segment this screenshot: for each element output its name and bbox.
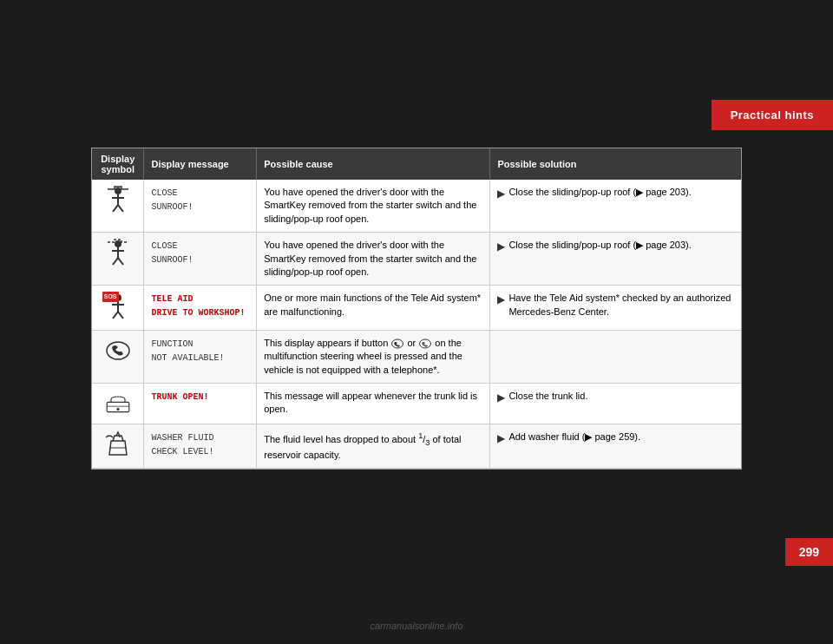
solution-content-1: ▶ Close the sliding/pop-up roof (▶ page … [497, 186, 734, 201]
solution-cell-3: ▶ Have the Tele Aid system* checked by a… [490, 286, 741, 330]
person-sunroof-icon-1 [104, 186, 132, 214]
arrow-icon-5: ▶ [497, 391, 505, 405]
message-cell-1: CLOSESUNROOF! [144, 180, 257, 233]
solution-content-2: ▶ Close the sliding/pop-up roof (▶ page … [497, 239, 734, 254]
button-icon-inline [390, 338, 404, 350]
solution-text-5: Close the trunk lid. [508, 390, 587, 403]
table-row: FUNCTIONNOT AVAILABLE! This display appe… [92, 330, 741, 383]
svg-line-3 [113, 205, 118, 212]
cause-text-3: One or more main functions of the Tele A… [264, 292, 481, 316]
main-table-container: Display symbol Display message Possible … [91, 148, 742, 470]
page-number: 299 [799, 545, 819, 559]
solution-content-6: ▶ Add washer fluid (▶ page 259). [497, 430, 734, 446]
table-row: SOS TELE AIDDRIVE TO WORKSHOP! One or mo… [92, 286, 741, 330]
person-sunroof-icon-2 [104, 239, 132, 266]
symbol-cell-2 [92, 233, 144, 286]
message-text-2: CLOSESUNROOF! [151, 241, 193, 265]
svg-point-16 [392, 339, 403, 348]
solution-cell-6: ▶ Add washer fluid (▶ page 259). [490, 424, 741, 468]
solution-text-1: Close the sliding/pop-up roof (▶ page 20… [508, 186, 691, 199]
button-icon-inline-2 [418, 338, 432, 350]
section-tab: Practical hints [712, 100, 833, 130]
solution-content-5: ▶ Close the trunk lid. [497, 390, 734, 405]
symbol-cell-3: SOS [92, 286, 144, 330]
washer-symbol [99, 430, 136, 458]
svg-line-13 [113, 312, 118, 319]
message-text-1: CLOSESUNROOF! [151, 188, 193, 212]
svg-point-5 [115, 240, 121, 247]
solution-cell-2: ▶ Close the sliding/pop-up roof (▶ page … [490, 233, 741, 286]
symbol-cell-5 [92, 383, 144, 424]
cause-cell-1: You have opened the driver's door with t… [257, 180, 490, 233]
watermark: carmanualsonline.info [370, 621, 462, 631]
table-row: WASHER FLUIDCHECK LEVEL! The fluid level… [92, 424, 741, 468]
symbol-icon-2 [99, 239, 136, 266]
header-solution: Possible solution [490, 148, 741, 180]
svg-point-20 [116, 408, 119, 411]
message-text-5: TRUNK OPEN! [151, 392, 208, 402]
message-cell-5: TRUNK OPEN! [144, 383, 257, 424]
cause-text-6: The fluid level has dropped to about 1/3… [264, 434, 461, 460]
watermark-text: carmanualsonline.info [370, 621, 462, 631]
symbol-icon [99, 186, 136, 214]
trunk-icon [104, 390, 132, 417]
svg-line-9 [118, 258, 123, 265]
message-cell-6: WASHER FLUIDCHECK LEVEL! [144, 424, 257, 468]
display-table: Display symbol Display message Possible … [92, 148, 741, 469]
solution-text-2: Close the sliding/pop-up roof (▶ page 20… [508, 239, 691, 252]
symbol-cell-4 [92, 330, 144, 383]
cause-cell-3: One or more main functions of the Tele A… [257, 286, 490, 330]
message-cell-2: CLOSESUNROOF! [144, 233, 257, 286]
table-row: TRUNK OPEN! This message will appear whe… [92, 383, 741, 424]
svg-line-4 [118, 205, 123, 212]
cause-cell-6: The fluid level has dropped to about 1/3… [257, 424, 490, 468]
svg-point-17 [420, 339, 431, 348]
phone-symbol [99, 337, 136, 365]
sos-label: SOS [102, 292, 119, 302]
trunk-symbol [99, 390, 136, 417]
header-cause: Possible cause [257, 148, 490, 180]
washer-fluid-icon [104, 430, 132, 458]
svg-line-14 [118, 312, 123, 319]
message-text-3: TELE AIDDRIVE TO WORKSHOP! [151, 294, 245, 318]
table-row: CLOSESUNROOF! You have opened the driver… [92, 233, 741, 286]
svg-line-8 [113, 258, 118, 265]
symbol-cell-6 [92, 424, 144, 468]
arrow-icon-2: ▶ [497, 240, 505, 254]
solution-content-3: ▶ Have the Tele Aid system* checked by a… [497, 292, 734, 319]
arrow-icon-3: ▶ [497, 292, 505, 307]
header-symbol: Display symbol [92, 148, 144, 180]
phone-icon [104, 337, 132, 365]
solution-text-6: Add washer fluid (▶ page 259). [508, 430, 640, 444]
solution-cell-4 [490, 330, 741, 383]
svg-point-0 [115, 187, 121, 194]
cause-cell-5: This message will appear whenever the tr… [257, 383, 490, 424]
header-message: Display message [144, 148, 257, 180]
arrow-icon-1: ▶ [497, 187, 505, 201]
table-row: CLOSESUNROOF! You have opened the driver… [92, 180, 741, 233]
cause-text-5: This message will appear whenever the tr… [264, 391, 477, 414]
message-cell-4: FUNCTIONNOT AVAILABLE! [144, 330, 257, 383]
sos-symbol: SOS [99, 292, 136, 323]
page-number-badge: 299 [785, 538, 833, 566]
cause-text-1: You have opened the driver's door with t… [264, 187, 476, 224]
solution-text-3: Have the Tele Aid system* checked by an … [508, 292, 734, 319]
table-header-row: Display symbol Display message Possible … [92, 148, 741, 180]
cause-cell-4: This display appears if button or on the… [257, 330, 490, 383]
solution-cell-1: ▶ Close the sliding/pop-up roof (▶ page … [490, 180, 741, 233]
message-text-4: FUNCTIONNOT AVAILABLE! [151, 339, 224, 363]
cause-text-4: This display appears if button or on the… [264, 338, 462, 375]
message-text-6: WASHER FLUIDCHECK LEVEL! [151, 433, 213, 457]
solution-cell-5: ▶ Close the trunk lid. [490, 383, 741, 424]
symbol-cell [92, 180, 144, 233]
cause-text-2: You have opened the driver's door with t… [264, 240, 476, 277]
arrow-icon-6: ▶ [497, 431, 505, 446]
svg-point-15 [107, 342, 129, 359]
cause-cell-2: You have opened the driver's door with t… [257, 233, 490, 286]
message-cell-3: TELE AIDDRIVE TO WORKSHOP! [144, 286, 257, 330]
section-tab-label: Practical hints [731, 108, 814, 122]
